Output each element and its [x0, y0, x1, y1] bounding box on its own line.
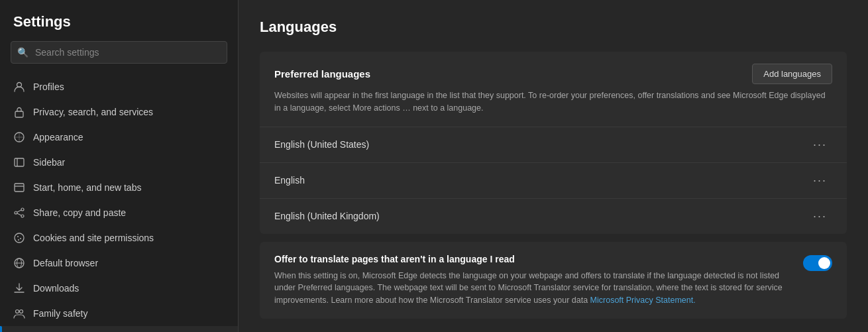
sidebar-item-default-browser[interactable]: Default browser: [0, 250, 238, 276]
page-title: Languages: [260, 19, 847, 36]
cookies-icon: [13, 232, 25, 244]
add-languages-button[interactable]: Add languages: [752, 64, 832, 84]
downloads-icon: [13, 282, 25, 294]
sidebar-item-privacy[interactable]: Privacy, search, and services: [0, 99, 238, 125]
svg-point-11: [15, 233, 24, 243]
privacy-label: Privacy, search, and services: [33, 107, 153, 117]
share-label: Share, copy and paste: [33, 207, 126, 218]
profiles-icon: [13, 81, 25, 93]
sidebar-item-share[interactable]: Share, copy and paste: [0, 200, 238, 225]
language-item-2: English (United Kingdom) ···: [260, 199, 847, 234]
svg-line-10: [17, 213, 21, 215]
family-safety-label: Family safety: [33, 308, 87, 319]
default-browser-label: Default browser: [33, 258, 98, 268]
family-safety-icon: [13, 307, 25, 319]
start-home-icon: [13, 182, 25, 194]
appearance-label: Appearance: [33, 132, 83, 142]
sidebar-label: Sidebar: [33, 157, 65, 168]
privacy-statement-link[interactable]: Microsoft Privacy Statement.: [590, 296, 696, 305]
downloads-label: Downloads: [33, 283, 79, 294]
language-more-button-1[interactable]: ···: [808, 172, 832, 189]
sidebar-item-profiles[interactable]: Profiles: [0, 74, 238, 99]
preferred-section-header: Preferred languages Add languages Websit…: [260, 52, 847, 127]
translate-section: Offer to translate pages that aren't in …: [260, 242, 847, 319]
svg-line-9: [17, 210, 21, 212]
sidebar: Settings 🔍 Profiles Privacy, search, and…: [0, 0, 239, 332]
search-input[interactable]: [11, 41, 227, 64]
preferred-section-title: Preferred languages: [274, 68, 370, 80]
svg-point-7: [15, 211, 17, 214]
svg-point-13: [20, 238, 21, 239]
translate-toggle-slider: [803, 255, 832, 271]
translate-title: Offer to translate pages that aren't in …: [274, 254, 792, 264]
sidebar-item-languages[interactable]: A* Languages: [0, 326, 238, 332]
sidebar-item-start-home[interactable]: Start, home, and new tabs: [0, 175, 238, 200]
svg-rect-3: [15, 158, 24, 166]
privacy-icon: [13, 106, 25, 118]
svg-point-20: [20, 310, 23, 313]
sidebar-item-appearance[interactable]: Appearance: [0, 125, 238, 150]
language-item-0: English (United States) ···: [260, 127, 847, 163]
language-more-button-0[interactable]: ···: [808, 137, 832, 153]
translate-toggle[interactable]: [803, 255, 832, 271]
preferred-section-description: Websites will appear in the first langua…: [274, 89, 832, 115]
svg-point-14: [18, 239, 19, 241]
preferred-languages-card: Preferred languages Add languages Websit…: [260, 52, 847, 234]
translate-description: When this setting is on, Microsoft Edge …: [274, 270, 792, 307]
sidebar-item-downloads[interactable]: Downloads: [0, 276, 238, 301]
language-item-1: English ···: [260, 163, 847, 199]
svg-point-19: [16, 310, 19, 313]
sidebar-nav: Profiles Privacy, search, and services A…: [0, 74, 238, 332]
share-icon: [13, 207, 25, 219]
default-browser-icon: [13, 257, 25, 269]
appearance-icon: [13, 131, 25, 143]
sidebar-item-family-safety[interactable]: Family safety: [0, 301, 238, 326]
cookies-label: Cookies and site permissions: [33, 233, 154, 243]
search-box: 🔍: [11, 41, 227, 64]
language-name-0: English (United States): [274, 139, 369, 150]
svg-point-12: [17, 236, 19, 237]
start-home-label: Start, home, and new tabs: [33, 182, 141, 193]
sidebar-icon: [13, 156, 25, 168]
svg-point-8: [21, 215, 24, 217]
language-name-1: English: [274, 175, 305, 186]
svg-point-6: [21, 208, 24, 211]
language-more-button-2[interactable]: ···: [808, 208, 832, 225]
profiles-label: Profiles: [33, 82, 64, 92]
sidebar-item-cookies[interactable]: Cookies and site permissions: [0, 225, 238, 250]
language-name-2: English (United Kingdom): [274, 211, 380, 221]
svg-rect-1: [15, 111, 23, 117]
app-title: Settings: [0, 13, 238, 41]
translate-text: Offer to translate pages that aren't in …: [274, 254, 792, 307]
main-content: Languages Preferred languages Add langua…: [239, 0, 868, 332]
svg-rect-5: [15, 184, 24, 192]
sidebar-item-sidebar[interactable]: Sidebar: [0, 150, 238, 175]
translate-card: Offer to translate pages that aren't in …: [260, 242, 847, 319]
